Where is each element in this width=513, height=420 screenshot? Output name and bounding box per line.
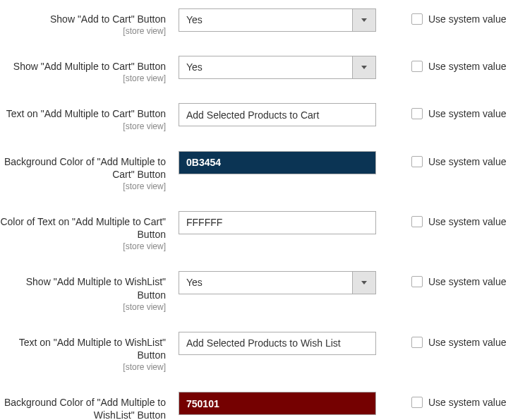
use-system-col: Use system value — [376, 103, 506, 119]
label-col: Text on "Add Multiple to Cart" Button [s… — [0, 103, 179, 131]
use-system-col: Use system value — [376, 211, 506, 227]
field-label: Show "Add to Cart" Button — [0, 13, 166, 25]
use-system-checkbox[interactable] — [411, 276, 423, 287]
field-label: Text on "Add Multiple to Cart" Button — [0, 107, 166, 120]
config-row: Show "Add to Cart" Button [store view] Y… — [0, 8, 513, 36]
use-system-label: Use system value — [428, 397, 506, 408]
config-row: Text on "Add Multiple to Cart" Button [s… — [0, 103, 513, 131]
use-system-checkbox[interactable] — [411, 13, 423, 25]
label-col: Show "Add Multiple to Cart" Button [stor… — [0, 56, 179, 83]
scope-label: [store view] — [0, 241, 166, 251]
field-label: Color of Text on "Add Multiple to Cart" … — [0, 215, 166, 241]
field-label: Background Color of "Add Multiple to Car… — [0, 155, 166, 181]
use-system-col: Use system value — [376, 8, 506, 25]
use-system-col: Use system value — [376, 151, 506, 167]
field-label: Show "Add Multiple to WishList" Button — [0, 275, 166, 301]
field-label: Show "Add Multiple to Cart" Button — [0, 60, 166, 73]
scope-label: [store view] — [0, 26, 166, 36]
use-system-checkbox[interactable] — [411, 156, 423, 167]
use-system-label: Use system value — [428, 276, 506, 287]
label-col: Text on "Add Multiple to WishList" Butto… — [0, 332, 179, 372]
select-show-add-to-cart[interactable]: Yes — [179, 8, 376, 32]
control-col — [179, 211, 376, 234]
chevron-down-icon — [352, 272, 375, 294]
chevron-down-icon — [352, 9, 375, 31]
use-system-checkbox[interactable] — [411, 337, 423, 348]
select-show-add-multiple-to-wishlist[interactable]: Yes — [179, 271, 376, 294]
label-col: Background Color of "Add Multiple to Car… — [0, 151, 179, 191]
scope-label: [store view] — [0, 181, 166, 191]
control-col — [179, 103, 376, 126]
text-add-multiple-to-wishlist[interactable] — [179, 332, 376, 355]
chevron-down-icon — [352, 56, 375, 78]
field-label: Background Color of "Add Multiple to Wis… — [0, 396, 166, 420]
config-row: Background Color of "Add Multiple to Car… — [0, 151, 513, 191]
use-system-label: Use system value — [428, 216, 506, 227]
scope-label: [store view] — [0, 302, 166, 312]
label-col: Show "Add Multiple to WishList" Button [… — [0, 271, 179, 311]
config-row: Text on "Add Multiple to WishList" Butto… — [0, 332, 513, 372]
control-col: Yes — [179, 271, 376, 294]
use-system-label: Use system value — [428, 61, 506, 72]
control-col: Yes — [179, 56, 376, 79]
select-value: Yes — [179, 9, 352, 31]
use-system-checkbox[interactable] — [411, 216, 423, 227]
select-show-add-multiple-to-cart[interactable]: Yes — [179, 56, 376, 79]
use-system-col: Use system value — [376, 56, 506, 72]
scope-label: [store view] — [0, 73, 166, 83]
use-system-checkbox[interactable] — [411, 397, 423, 408]
control-col — [179, 332, 376, 355]
control-col: Yes — [179, 8, 376, 32]
use-system-label: Use system value — [428, 337, 506, 348]
bgcolor-add-multiple-to-wishlist[interactable] — [179, 392, 376, 415]
config-row: Show "Add Multiple to Cart" Button [stor… — [0, 56, 513, 83]
use-system-checkbox[interactable] — [411, 108, 423, 119]
use-system-col: Use system value — [376, 271, 506, 287]
label-col: Color of Text on "Add Multiple to Cart" … — [0, 211, 179, 251]
scope-label: [store view] — [0, 362, 166, 372]
use-system-checkbox[interactable] — [411, 61, 423, 72]
use-system-label: Use system value — [428, 156, 506, 167]
use-system-label: Use system value — [428, 108, 506, 119]
label-col: Show "Add to Cart" Button [store view] — [0, 8, 179, 36]
select-value: Yes — [179, 56, 352, 78]
config-row: Show "Add Multiple to WishList" Button [… — [0, 271, 513, 311]
control-col — [179, 151, 376, 174]
use-system-label: Use system value — [428, 13, 506, 25]
use-system-col: Use system value — [376, 332, 506, 348]
config-row: Color of Text on "Add Multiple to Cart" … — [0, 211, 513, 251]
use-system-col: Use system value — [376, 392, 506, 408]
scope-label: [store view] — [0, 121, 166, 131]
select-value: Yes — [179, 272, 352, 294]
text-add-multiple-to-cart[interactable] — [179, 103, 376, 126]
bgcolor-add-multiple-to-cart[interactable] — [179, 151, 376, 174]
config-row: Background Color of "Add Multiple to Wis… — [0, 392, 513, 420]
textcolor-add-multiple-to-cart[interactable] — [179, 211, 376, 234]
control-col — [179, 392, 376, 415]
field-label: Text on "Add Multiple to WishList" Butto… — [0, 336, 166, 361]
label-col: Background Color of "Add Multiple to Wis… — [0, 392, 179, 420]
